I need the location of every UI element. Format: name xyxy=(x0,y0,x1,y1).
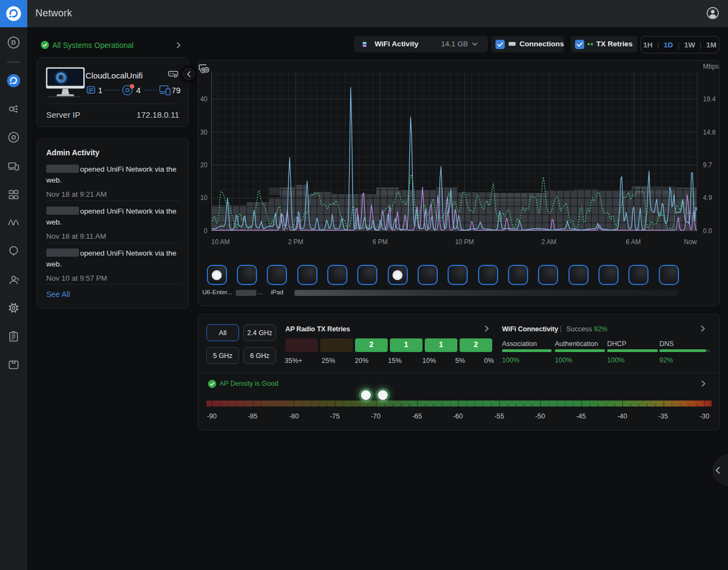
svg-text:D: D xyxy=(11,39,16,46)
